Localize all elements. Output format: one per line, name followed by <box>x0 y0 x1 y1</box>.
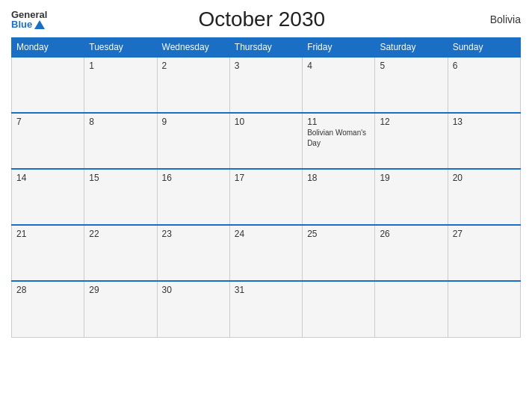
day-19: 19 <box>375 169 448 225</box>
day-15: 15 <box>84 169 157 225</box>
day-empty-2 <box>303 281 375 337</box>
day-empty-4 <box>448 281 520 337</box>
day-18: 18 <box>303 169 375 225</box>
day-20: 20 <box>448 169 520 225</box>
day-12: 12 <box>375 113 448 169</box>
weekday-header-row: Monday Tuesday Wednesday Thursday Friday… <box>12 38 521 58</box>
day-26: 26 <box>375 225 448 281</box>
logo: General Blue <box>11 10 47 29</box>
week-row-5: 28 29 30 31 <box>12 281 521 337</box>
day-14: 14 <box>12 169 84 225</box>
day-17: 17 <box>229 169 302 225</box>
week-row-4: 21 22 23 24 25 26 27 <box>12 225 521 281</box>
header-sunday: Sunday <box>448 38 520 58</box>
day-9: 9 <box>157 113 229 169</box>
day-11: 11 Bolivian Woman's Day <box>303 113 375 169</box>
month-title: October 2030 <box>47 7 476 31</box>
logo-blue-text: Blue <box>11 19 47 29</box>
logo-triangle-icon <box>34 20 45 29</box>
day-10: 10 <box>229 113 302 169</box>
day-3: 3 <box>229 57 302 113</box>
calendar-table: Monday Tuesday Wednesday Thursday Friday… <box>11 37 521 338</box>
day-4: 4 <box>303 57 375 113</box>
header-tuesday: Tuesday <box>84 38 157 58</box>
day-8: 8 <box>84 113 157 169</box>
day-6: 6 <box>448 57 520 113</box>
day-empty-1 <box>12 57 84 113</box>
day-25: 25 <box>303 225 375 281</box>
week-row-3: 14 15 16 17 18 19 20 <box>12 169 521 225</box>
day-28: 28 <box>12 281 84 337</box>
header-thursday: Thursday <box>229 38 302 58</box>
day-23: 23 <box>157 225 229 281</box>
header-friday: Friday <box>303 38 375 58</box>
day-31: 31 <box>229 281 302 337</box>
week-row-2: 7 8 9 10 11 Bolivian Woman's Day 12 13 <box>12 113 521 169</box>
day-30: 30 <box>157 281 229 337</box>
day-7: 7 <box>12 113 84 169</box>
day-13: 13 <box>448 113 520 169</box>
header-monday: Monday <box>12 38 84 58</box>
day-24: 24 <box>229 225 302 281</box>
calendar-header: General Blue October 2030 Bolivia <box>11 7 521 31</box>
day-22: 22 <box>84 225 157 281</box>
week-row-1: 1 2 3 4 5 6 <box>12 57 521 113</box>
header-saturday: Saturday <box>375 38 448 58</box>
day-empty-3 <box>375 281 448 337</box>
day-27: 27 <box>448 225 520 281</box>
day-16: 16 <box>157 169 229 225</box>
day-1: 1 <box>84 57 157 113</box>
country-label: Bolivia <box>476 13 521 25</box>
day-5: 5 <box>375 57 448 113</box>
calendar-page: General Blue October 2030 Bolivia Monday… <box>0 0 532 411</box>
day-21: 21 <box>12 225 84 281</box>
header-wednesday: Wednesday <box>157 38 229 58</box>
day-2: 2 <box>157 57 229 113</box>
day-29: 29 <box>84 281 157 337</box>
